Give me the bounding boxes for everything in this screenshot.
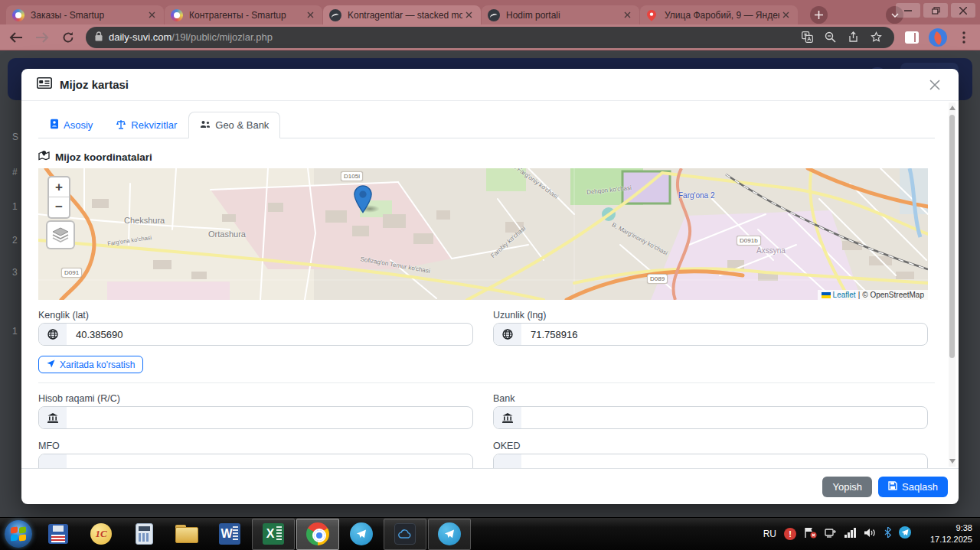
- modal-close-button[interactable]: [926, 76, 943, 93]
- zoom-in-button[interactable]: +: [49, 177, 69, 197]
- table-text-behind: 2: [12, 235, 18, 246]
- tab-close-icon[interactable]: [145, 9, 158, 21]
- taskbar-telegram[interactable]: [340, 519, 383, 550]
- leaflet-link[interactable]: Leaflet: [833, 291, 856, 299]
- map-marker-pin[interactable]: [354, 185, 372, 216]
- save-button[interactable]: Saqlash: [878, 477, 948, 497]
- window-minimize-button[interactable]: [896, 3, 920, 18]
- alert-icon[interactable]: !: [784, 528, 796, 540]
- network-signal-icon[interactable]: [844, 527, 857, 541]
- bookmark-star-icon[interactable]: [867, 28, 885, 47]
- oked-input[interactable]: [521, 454, 927, 468]
- client-card-modal: Mijoz kartasi Asosiy Rekvizitlar Geo & B…: [21, 69, 959, 504]
- tab-close-icon[interactable]: [779, 9, 792, 21]
- modal-header: Mijoz kartasi: [21, 69, 959, 101]
- translate-icon[interactable]: [798, 28, 816, 47]
- location-arrow-icon: [47, 360, 55, 370]
- account-input[interactable]: [67, 407, 472, 428]
- tab-label: Asosiy: [64, 119, 93, 131]
- forward-button[interactable]: [32, 28, 52, 47]
- tab-close-icon[interactable]: [304, 9, 316, 21]
- window-restore-button[interactable]: [923, 3, 948, 18]
- menu-dots-icon[interactable]: [954, 28, 974, 47]
- osm-link[interactable]: © OpenStreetMap: [862, 291, 924, 299]
- new-tab-button[interactable]: [810, 6, 828, 24]
- taskbar-chrome[interactable]: [296, 519, 339, 550]
- browser-tab-4[interactable]: Hodim portali: [482, 5, 639, 24]
- map-tiles: [38, 168, 928, 300]
- bank-input[interactable]: [521, 407, 927, 428]
- leaflet-map[interactable]: Chekshura Ortashura Farg'ona ko'chasi So…: [38, 168, 928, 300]
- modal-tab-bar: Asosiy Rekvizitlar Geo & Bank: [38, 112, 935, 138]
- device-eject-icon[interactable]: [825, 527, 837, 541]
- taskbar-clock[interactable]: 9:38 17.12.2025: [919, 522, 972, 545]
- reload-button[interactable]: [58, 28, 78, 47]
- lat-input[interactable]: [67, 324, 472, 345]
- start-button[interactable]: [0, 519, 37, 550]
- section-title: Mijoz koordinatalari: [38, 151, 935, 163]
- taskbar-telegram-2[interactable]: [428, 519, 471, 550]
- scroll-up-arrow[interactable]: [949, 106, 956, 110]
- lng-label: Uzunlik (lng): [493, 310, 928, 321]
- account-label: Hisob raqami (R/C): [38, 393, 473, 404]
- taskbar-save-app[interactable]: [37, 519, 80, 550]
- page-backdrop: S # 1 2 3 1 Mijoz kartasi Asosiy Rekvizi…: [0, 50, 980, 517]
- bluetooth-icon[interactable]: [884, 527, 891, 541]
- taskbar-file-explorer[interactable]: [165, 519, 208, 550]
- windows-orb-icon: [5, 520, 32, 548]
- map-users-icon: [200, 119, 211, 132]
- url-bar[interactable]: daily-suvi.com/19l/public/mijozlar.php: [86, 27, 894, 48]
- scroll-down-arrow[interactable]: [949, 459, 956, 464]
- zoom-out-icon[interactable]: [821, 28, 839, 47]
- close-button[interactable]: Yopish: [822, 477, 872, 497]
- telegram-tray-icon[interactable]: [899, 526, 911, 542]
- address-book-icon: [50, 119, 59, 132]
- back-button[interactable]: [6, 28, 26, 47]
- map-layers-button[interactable]: [46, 220, 75, 249]
- floppy-app-icon: [48, 524, 68, 544]
- browser-tab-3-active[interactable]: Kontragentlar — stacked moda: [323, 5, 481, 24]
- taskbar-cloud-app[interactable]: [384, 519, 426, 550]
- browser-tab-1[interactable]: Заказы - Smartup: [6, 5, 164, 24]
- lng-input[interactable]: [521, 324, 927, 345]
- volume-icon[interactable]: [864, 527, 877, 541]
- tab-close-icon[interactable]: [462, 9, 475, 21]
- tab-close-icon[interactable]: [621, 9, 633, 21]
- browser-toolbar: daily-suvi.com/19l/public/mijozlar.php: [0, 24, 980, 50]
- browser-tab-5[interactable]: Улица Фаробий, 9 — Яндекс К: [640, 5, 798, 24]
- browser-tab-2[interactable]: Контрагенты - Smartup: [165, 5, 322, 24]
- tab-rekvizitlar[interactable]: Rekvizitlar: [104, 112, 188, 138]
- calculator-icon: [136, 523, 153, 545]
- taskbar-calculator[interactable]: [122, 519, 165, 550]
- taskbar-word[interactable]: W: [208, 519, 251, 550]
- modal-scrollbar[interactable]: [949, 103, 956, 467]
- mfo-input[interactable]: [67, 454, 472, 468]
- taskbar-1c-app[interactable]: 1С: [80, 519, 122, 550]
- attribution-separator: |: [858, 291, 861, 299]
- modal-footer: Yopish Saqlash: [21, 468, 959, 504]
- telegram-icon: [350, 522, 373, 545]
- share-icon[interactable]: [844, 28, 862, 47]
- window-close-button[interactable]: [951, 3, 975, 18]
- tab-geo-bank[interactable]: Geo & Bank: [188, 112, 280, 138]
- taskbar-excel[interactable]: X: [252, 519, 295, 550]
- profile-avatar[interactable]: [928, 28, 948, 47]
- bank-icon: [39, 454, 67, 468]
- tab-title: Kontragentlar — stacked moda: [348, 10, 462, 21]
- scrollbar-thumb[interactable]: [949, 115, 955, 358]
- table-text-behind: 1: [12, 201, 18, 212]
- word-icon: W: [219, 523, 240, 545]
- tab-title: Hodim portali: [506, 10, 621, 21]
- mfo-input-group: [38, 454, 473, 468]
- show-on-map-button[interactable]: Xaritada ko'rsatish: [38, 356, 143, 373]
- smartup-favicon-icon: [12, 9, 24, 21]
- bank-icon: [39, 407, 67, 428]
- action-center-flag-icon[interactable]: [804, 527, 817, 542]
- tab-label: Rekvizitlar: [131, 119, 177, 131]
- language-indicator[interactable]: RU: [763, 529, 776, 539]
- account-input-group: [38, 406, 473, 429]
- side-panel-button[interactable]: [902, 28, 922, 47]
- floppy-icon: [888, 481, 897, 493]
- tab-asosiy[interactable]: Asosiy: [38, 112, 104, 138]
- zoom-out-button[interactable]: −: [49, 197, 69, 217]
